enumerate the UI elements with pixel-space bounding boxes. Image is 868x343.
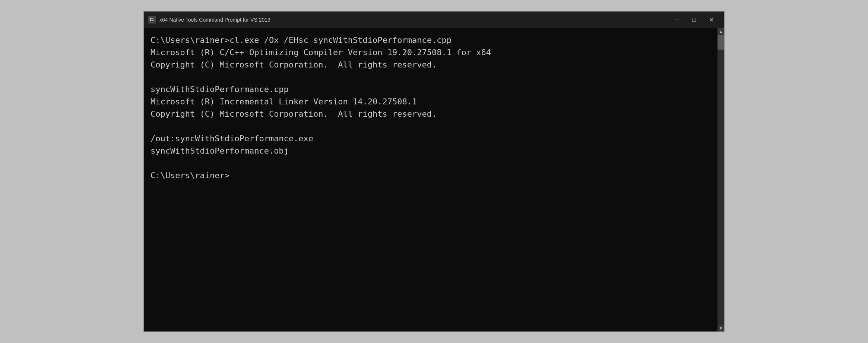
scroll-up-arrow[interactable]: ▲ [717,28,724,35]
maximize-button[interactable]: □ [685,12,703,28]
window-body: C:\Users\rainer>cl.exe /Ox /EHsc syncWit… [144,28,724,331]
scrollbar-track[interactable] [717,35,724,325]
minimize-button[interactable]: ─ [668,12,685,28]
terminal-output: C:\Users\rainer>cl.exe /Ox /EHsc syncWit… [151,34,711,182]
cmd-icon: C: [148,16,156,23]
close-button[interactable]: ✕ [703,12,720,28]
window: C: x64 Native Tools Command Prompt for V… [143,11,725,332]
terminal[interactable]: C:\Users\rainer>cl.exe /Ox /EHsc syncWit… [144,28,717,331]
scrollbar-thumb[interactable] [717,35,724,50]
window-controls: ─ □ ✕ [668,12,720,28]
window-title: x64 Native Tools Command Prompt for VS 2… [159,17,668,23]
scroll-down-arrow[interactable]: ▼ [717,325,724,331]
scrollbar[interactable]: ▲ ▼ [717,28,724,331]
title-bar: C: x64 Native Tools Command Prompt for V… [144,12,724,28]
